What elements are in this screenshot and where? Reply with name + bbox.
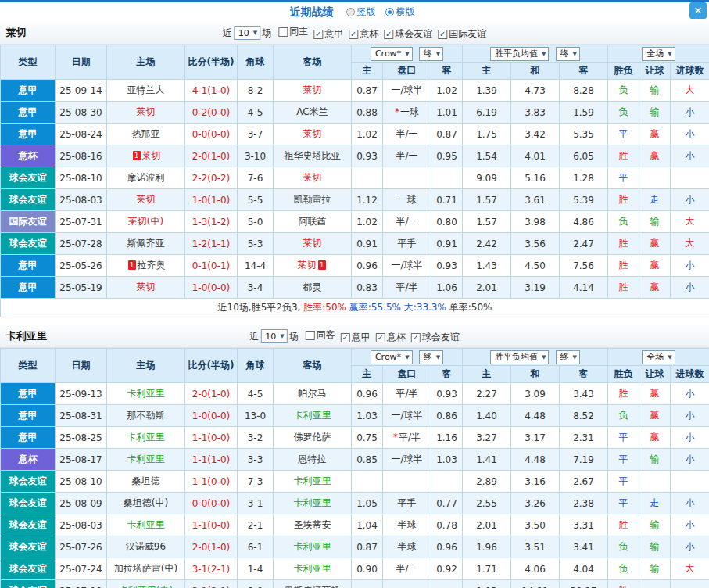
filter-checkbox[interactable]: ✓意杯 [349, 27, 378, 41]
league-type-badge[interactable]: 意甲 [1, 102, 56, 124]
score[interactable]: 2-0(1-0) [185, 145, 238, 167]
league-type-badge[interactable]: 意甲 [1, 80, 56, 102]
score[interactable]: 1-1(0-0) [185, 514, 238, 536]
team-name[interactable]: 摩诺波利 [127, 172, 165, 183]
league-type-badge[interactable]: 球会友谊 [1, 471, 56, 493]
filter-checkbox[interactable]: 同客 [306, 328, 335, 342]
match-count-select[interactable]: 10▼ [260, 329, 287, 343]
score[interactable]: 2-2(0-2) [185, 167, 238, 189]
team-name[interactable]: 阿联酋 [299, 216, 327, 227]
league-type-badge[interactable]: 意甲 [1, 124, 56, 145]
euro-odds-select[interactable]: 胜平负均值▼ [490, 350, 549, 364]
score[interactable]: 1-0(0-0) [185, 405, 238, 427]
team-name[interactable]: 卡利亚里 [127, 519, 165, 530]
score[interactable]: 1-0(0-0) [185, 277, 238, 299]
odds-company-select[interactable]: Crow*▼ [371, 47, 413, 61]
team-name[interactable]: 莱切 [303, 238, 322, 249]
team-name[interactable]: 莱切 [142, 150, 161, 161]
team-name[interactable]: 汉诺威96 [126, 541, 166, 552]
team-name[interactable]: 莱切 [303, 84, 322, 95]
league-type-badge[interactable]: 意甲 [1, 277, 56, 299]
scope-select[interactable]: 全场▼ [642, 350, 675, 364]
score[interactable]: 0-1(0-1) [185, 255, 238, 277]
score[interactable]: 2-0(1-0) [185, 536, 238, 558]
league-type-badge[interactable]: 球会友谊 [1, 189, 56, 211]
team-name[interactable]: 拉齐奥 [138, 260, 166, 271]
league-type-badge[interactable]: 意甲 [1, 255, 56, 277]
euro-odds-select[interactable]: 胜平负均值▼ [490, 47, 549, 61]
team-name[interactable]: 恩特拉 [299, 454, 327, 464]
match-count-select[interactable]: 10▼ [234, 26, 260, 40]
team-name[interactable]: 莱切(中) [128, 216, 163, 227]
team-name[interactable]: 桑坦德(中) [124, 497, 168, 508]
team-name[interactable]: 卡利亚里 [294, 541, 331, 552]
team-name[interactable]: AC米兰 [296, 106, 328, 117]
team-name[interactable]: 祖华史塔比亚 [285, 150, 341, 161]
team-name[interactable]: 卡利亚里(中) [119, 585, 173, 588]
league-type-badge[interactable]: 球会友谊 [1, 580, 56, 588]
score[interactable]: 1-3(1-2) [185, 211, 238, 233]
score[interactable]: 3-1(3-1) [185, 580, 238, 588]
score[interactable]: 1-1(0-0) [185, 471, 238, 493]
team-name[interactable]: 斯佩齐亚 [127, 238, 165, 249]
league-type-badge[interactable]: 意杯 [1, 449, 56, 471]
team-name[interactable]: 热那亚 [132, 128, 160, 139]
league-type-badge[interactable]: 球会友谊 [1, 514, 56, 536]
filter-checkbox[interactable]: ✓国际友谊 [438, 27, 486, 41]
team-name[interactable]: 凯勒雷拉 [294, 194, 331, 205]
league-type-badge[interactable]: 意甲 [1, 383, 56, 405]
score[interactable]: 1-2(1-1) [185, 233, 238, 255]
euro-final-select[interactable]: 终▼ [556, 350, 580, 364]
team-name[interactable]: 奥斯皮塔莱托 [285, 585, 341, 588]
score[interactable]: 0-2(0-0) [185, 102, 238, 124]
team-name[interactable]: 佛罗伦萨 [294, 432, 331, 443]
team-name[interactable]: 卡利亚里 [127, 388, 165, 399]
score[interactable]: 3-1(2-1) [185, 558, 238, 580]
scope-select[interactable]: 全场▼ [642, 47, 675, 61]
league-type-badge[interactable]: 国际友谊 [1, 211, 56, 233]
filter-checkbox[interactable]: ✓球会友谊 [411, 331, 460, 344]
close-button[interactable]: ✕ [689, 2, 707, 19]
league-type-badge[interactable]: 球会友谊 [1, 536, 56, 558]
filter-checkbox[interactable]: 同主 [278, 25, 308, 38]
score[interactable]: 1-1(0-0) [185, 427, 238, 449]
team-name[interactable]: 莱切 [137, 194, 156, 205]
score[interactable]: 2-0(1-0) [185, 383, 238, 405]
team-name[interactable]: 加拉塔萨雷(中) [114, 563, 177, 574]
team-name[interactable]: 莱切 [137, 106, 156, 117]
filter-checkbox[interactable]: ✓球会友谊 [384, 27, 432, 41]
odds-final-select[interactable]: 终▼ [419, 350, 443, 364]
league-type-badge[interactable]: 球会友谊 [1, 167, 56, 189]
team-name[interactable]: 莱切 [303, 172, 322, 183]
filter-checkbox[interactable]: ✓意杯 [376, 331, 406, 344]
score[interactable]: 0-0(0-0) [185, 493, 238, 514]
score[interactable]: 1-0(1-0) [185, 189, 238, 211]
team-name[interactable]: 卡利亚里 [294, 475, 331, 486]
score[interactable]: 4-1(1-0) [185, 80, 238, 102]
euro-final-select[interactable]: 终▼ [556, 47, 580, 61]
team-name[interactable]: 莱切 [298, 260, 317, 271]
team-name[interactable]: 莱切 [137, 281, 156, 292]
league-type-badge[interactable]: 球会友谊 [1, 233, 56, 255]
league-type-badge[interactable]: 球会友谊 [1, 493, 56, 514]
team-name[interactable]: 帕尔马 [299, 388, 327, 399]
team-name[interactable]: 卡利亚里 [127, 454, 165, 464]
league-type-badge[interactable]: 意杯 [1, 145, 56, 167]
team-name[interactable]: 圣埃蒂安 [294, 519, 331, 530]
team-name[interactable]: 卡利亚里 [294, 410, 331, 421]
radio-horizontal[interactable]: 横版 [385, 5, 415, 19]
team-name[interactable]: 亚特兰大 [127, 84, 165, 95]
team-name[interactable]: 卡利亚里 [294, 497, 331, 508]
filter-checkbox[interactable]: ✓意甲 [313, 27, 343, 41]
odds-final-select[interactable]: 终▼ [419, 47, 443, 61]
score[interactable]: 1-1(1-0) [185, 449, 238, 471]
odds-company-select[interactable]: Crow*▼ [371, 350, 413, 364]
team-name[interactable]: 都灵 [303, 281, 322, 292]
league-type-badge[interactable]: 意甲 [1, 405, 56, 427]
score[interactable]: 0-0(0-0) [185, 124, 238, 145]
radio-vertical[interactable]: 竖版 [346, 5, 376, 19]
team-name[interactable]: 桑坦德 [132, 475, 160, 486]
team-name[interactable]: 那不勒斯 [127, 410, 165, 421]
team-name[interactable]: 莱切 [303, 128, 322, 139]
team-name[interactable]: 卡利亚里 [127, 432, 165, 443]
